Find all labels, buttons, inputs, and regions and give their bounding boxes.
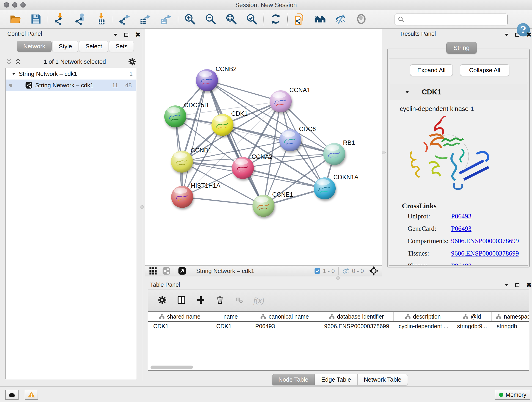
- zoom-selected-button[interactable]: [246, 13, 258, 26]
- select-columns-button[interactable]: [177, 295, 186, 306]
- collapse-all-button[interactable]: Collapse All: [460, 64, 509, 76]
- fit-content-icon[interactable]: [369, 266, 379, 276]
- import-network-file-button[interactable]: [54, 13, 66, 26]
- collapse-panel-icon[interactable]: [114, 34, 117, 36]
- zoom-out-button[interactable]: [204, 13, 217, 26]
- network-node-CCNA1[interactable]: CCNA1: [270, 87, 310, 112]
- selected-checkbox-icon[interactable]: [314, 268, 321, 274]
- create-column-button[interactable]: [196, 295, 206, 306]
- tab-sets[interactable]: Sets: [109, 41, 134, 52]
- column-header-namespace[interactable]: namespace: [492, 312, 529, 321]
- zoom-out-icon: [205, 13, 216, 25]
- save-session-button[interactable]: [30, 13, 42, 26]
- tab-style[interactable]: Style: [52, 41, 78, 52]
- warning-icon: [27, 391, 35, 399]
- network-label: String Network – cdk1: [35, 82, 94, 89]
- import-network-database-button[interactable]: [74, 13, 87, 26]
- close-panel-icon[interactable]: ✖: [135, 32, 140, 37]
- results-splitter-handle[interactable]: [382, 151, 386, 154]
- network-selection-status: 1 of 1 Network selected: [22, 58, 128, 65]
- import-table-button[interactable]: [95, 13, 107, 26]
- collapse-all-icon[interactable]: [6, 58, 12, 65]
- crosslink-link[interactable]: 9606.ENSP00000378699: [451, 237, 519, 245]
- search-input[interactable]: [405, 14, 507, 25]
- table-cell: cyclin-dependent ...: [394, 323, 452, 330]
- close-panel-icon[interactable]: ✖: [526, 283, 532, 287]
- tab-node-table[interactable]: Node Table: [272, 374, 315, 385]
- table-cell: 9606.ENSP00000378699: [319, 323, 394, 330]
- delete-column-button[interactable]: [215, 295, 225, 306]
- tree-column-icon: [329, 313, 335, 319]
- hide-panel-button[interactable]: [335, 13, 347, 26]
- expand-all-button[interactable]: Expand All: [410, 64, 453, 76]
- zoom-fit-button[interactable]: [225, 13, 237, 26]
- warning-button[interactable]: [25, 390, 38, 400]
- share-view-icon[interactable]: [162, 267, 171, 275]
- export-image-button[interactable]: [160, 13, 172, 26]
- column-header--id[interactable]: @id: [452, 312, 492, 321]
- network-node-CCNB1[interactable]: CCNB1: [171, 147, 212, 172]
- table-row[interactable]: CDK1CDK1P064939606.ENSP00000378699cyclin…: [148, 322, 529, 331]
- network-row[interactable]: String Network – cdk1 11 48: [6, 80, 136, 91]
- tab-edge-table[interactable]: Edge Table: [315, 374, 357, 385]
- section-expander-icon[interactable]: [405, 91, 409, 93]
- close-panel-icon[interactable]: ✖: [526, 32, 532, 37]
- protein-structure-image: [407, 114, 494, 197]
- collapse-panel-icon[interactable]: [505, 284, 508, 286]
- column-header-name[interactable]: name: [211, 312, 250, 321]
- table-cell: stringdb: [492, 323, 529, 330]
- network-view-title: String Network – cdk1: [196, 268, 254, 274]
- zoom-in-button[interactable]: [184, 13, 196, 26]
- expand-all-icon[interactable]: [15, 58, 22, 65]
- table-cell: CDK1: [211, 323, 250, 330]
- table-settings-button[interactable]: [157, 295, 167, 306]
- export-table-button[interactable]: [139, 13, 152, 26]
- open-session-button[interactable]: [9, 13, 22, 26]
- show-panel-button[interactable]: [355, 13, 367, 26]
- network-node-CDKN1A[interactable]: CDKN1A: [314, 174, 359, 199]
- control-panel-tabs: NetworkStyleSelectSets: [17, 41, 134, 52]
- expander-icon[interactable]: [12, 73, 16, 75]
- crosslink-link[interactable]: P06493: [451, 212, 472, 220]
- network-canvas[interactable]: CCNB2CCNA1CDC25BCDK1CDC6RB1CCNB1CCNA2CDK…: [145, 29, 382, 265]
- horizontal-scrollbar-thumb[interactable]: [151, 366, 193, 369]
- refresh-button[interactable]: [269, 13, 282, 26]
- network-from-file-button[interactable]: [293, 13, 306, 26]
- tree-column-icon: [462, 313, 469, 319]
- memory-button[interactable]: Memory: [495, 390, 530, 400]
- table-cell: stringdb:9...: [452, 323, 492, 330]
- network-node-HIST1H1A[interactable]: HIST1H1A: [171, 182, 220, 208]
- crosslink-link[interactable]: P06493: [451, 262, 472, 266]
- tab-select[interactable]: Select: [79, 41, 108, 52]
- crosslink-link[interactable]: 9606.ENSP00000378699: [451, 249, 519, 257]
- horizontal-splitter-handle[interactable]: [336, 276, 340, 280]
- refresh-icon: [270, 13, 281, 25]
- gear-icon[interactable]: [128, 57, 136, 66]
- tab-network-table[interactable]: Network Table: [357, 374, 408, 385]
- column-header-canonical-name[interactable]: canonical name: [250, 312, 319, 321]
- crosslink-link[interactable]: P06493: [451, 225, 472, 232]
- float-panel-icon[interactable]: [515, 33, 519, 37]
- export-network-button[interactable]: [119, 13, 131, 26]
- vertical-splitter-handle[interactable]: [140, 205, 144, 209]
- cloud-button[interactable]: [5, 390, 19, 400]
- float-panel-icon[interactable]: [515, 283, 519, 287]
- tab-string[interactable]: String: [446, 42, 477, 54]
- zoom-in-icon: [184, 13, 196, 25]
- network-node-RB1[interactable]: RB1: [323, 139, 355, 165]
- gene-section-header[interactable]: CDK1: [389, 84, 528, 100]
- home-button[interactable]: [314, 13, 326, 26]
- results-panel-controls: ✖: [505, 32, 532, 37]
- column-header-description[interactable]: description: [394, 312, 452, 321]
- grid-view-icon[interactable]: [149, 267, 157, 275]
- birdseye-view-icon[interactable]: [178, 267, 186, 275]
- search-field[interactable]: [394, 13, 508, 26]
- collapse-panel-icon[interactable]: [505, 34, 508, 36]
- node-table: shared namenamecanonical namedatabase id…: [148, 311, 529, 371]
- float-panel-icon[interactable]: [124, 33, 128, 37]
- column-header-shared-name[interactable]: shared name: [148, 312, 211, 321]
- tab-network[interactable]: Network: [17, 41, 51, 52]
- network-collection-row[interactable]: String Network – cdk1 1: [6, 68, 136, 80]
- column-header-database-identifier[interactable]: database identifier: [319, 312, 394, 321]
- hidden-eye-icon[interactable]: [342, 267, 350, 274]
